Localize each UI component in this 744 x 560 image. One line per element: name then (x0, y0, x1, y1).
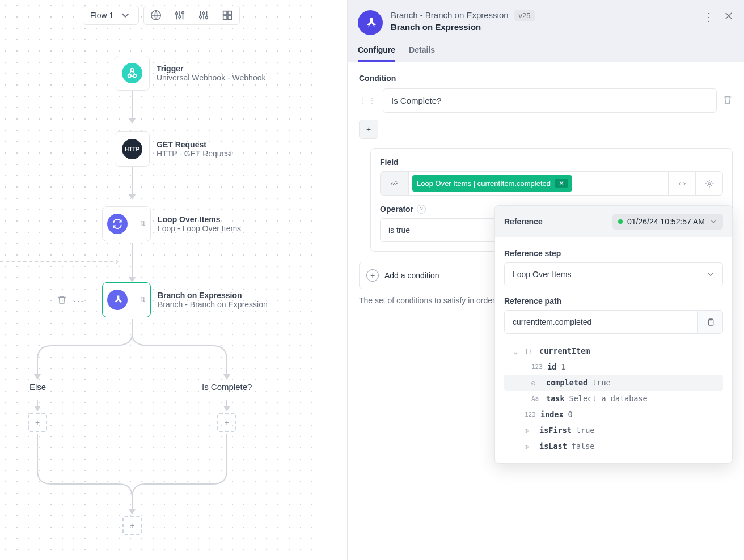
tree-value: 0 (568, 410, 573, 419)
type-string-icon: Aa (531, 395, 542, 402)
type-number-icon: 123 (525, 411, 536, 418)
ref-path-label: Reference path (504, 296, 723, 306)
timestamp-selector[interactable]: 01/26/24 10:52:57 AM (612, 214, 723, 230)
chip-label: Loop Over Items | currentItem.completed (417, 179, 551, 188)
node-branch[interactable]: ⇅ Branch on Expression Branch - Branch o… (102, 282, 268, 317)
arrow-head-icon (128, 277, 136, 282)
drag-handle[interactable]: ⋮⋮ (359, 96, 377, 105)
tree-key: index (540, 410, 564, 419)
collapse-icon: ⇅ (139, 220, 146, 228)
svg-point-31 (708, 183, 711, 185)
node-subtitle: Loop - Loop Over Items (158, 224, 241, 233)
add-item-button[interactable]: + (359, 120, 378, 139)
tab-details[interactable]: Details (409, 45, 435, 62)
add-step-else[interactable]: + (28, 413, 47, 432)
node-title: GET Request (157, 140, 232, 149)
timestamp-label: 01/26/24 10:52:57 AM (627, 217, 705, 226)
grid-icon-button[interactable] (215, 6, 239, 24)
tree-value: true (592, 378, 611, 387)
dashed-connector (0, 261, 113, 262)
toolbar-icon-group (143, 6, 240, 25)
add-step-merge[interactable]: + (122, 516, 142, 535)
add-condition-button[interactable]: + Add a condition (359, 262, 518, 289)
svg-rect-15 (223, 16, 227, 19)
close-button[interactable] (724, 11, 734, 24)
chevron-down-icon (709, 218, 717, 226)
tree-node[interactable]: ◎ isLast false (504, 438, 723, 454)
condition-name-input[interactable]: Is Complete? (383, 88, 717, 113)
node-loop[interactable]: ⇅ Loop Over Items Loop - Loop Over Items (102, 206, 241, 241)
field-input[interactable]: Loop Over Items | currentItem.completed (380, 171, 723, 196)
node-title: Branch on Expression (158, 291, 268, 300)
delete-condition-button[interactable] (722, 95, 733, 107)
ref-step-value: Loop Over Items (513, 270, 572, 279)
sliders-alt-icon-button[interactable] (192, 6, 215, 24)
ref-step-select[interactable]: Loop Over Items (504, 262, 723, 286)
flow-selector[interactable]: Flow 1 (83, 6, 139, 25)
node-subtitle: HTTP - GET Request (157, 149, 232, 158)
node-title: Loop Over Items (158, 215, 241, 224)
ref-step-label: Reference step (504, 249, 723, 258)
sliders-alt-icon (197, 9, 210, 22)
arrow-head-icon (128, 118, 136, 124)
webhook-icon (122, 63, 142, 83)
reference-picker-button[interactable] (381, 172, 409, 195)
globe-icon-button[interactable] (144, 6, 168, 24)
field-action-1[interactable] (668, 172, 695, 195)
reference-icon (390, 179, 400, 189)
tree-node-selected[interactable]: ◎ completed true (504, 375, 723, 391)
connector (132, 91, 133, 118)
tree-node[interactable]: Aa task Select a database (504, 391, 723, 406)
svg-point-17 (128, 74, 132, 78)
panel-title: Branch on Expression (391, 22, 695, 32)
ref-path-input[interactable]: currentItem.completed (504, 310, 698, 334)
tree-node[interactable]: 123 index 0 (504, 406, 723, 422)
globe-icon (150, 9, 162, 22)
more-node-button[interactable]: ⋯ (73, 298, 84, 304)
type-boolean-icon: ◎ (525, 427, 535, 434)
node-subtitle: Universal Webhook - Webhook (157, 73, 265, 82)
add-step-complete[interactable]: + (217, 413, 236, 432)
svg-point-4 (176, 12, 178, 15)
svg-point-11 (202, 12, 205, 15)
node-subtitle: Branch - Branch on Expression (158, 300, 268, 309)
tree-value: true (576, 426, 595, 435)
tab-configure[interactable]: Configure (358, 45, 395, 62)
operator-label: Operator (380, 205, 413, 214)
branch-complete-label: Is Complete? (202, 382, 252, 392)
chevron-down-icon (119, 9, 132, 22)
tree-node[interactable]: ◎ isFirst true (504, 422, 723, 438)
connector (132, 167, 133, 194)
canvas-toolbar: Flow 1 (83, 6, 240, 25)
panel-header: Branch - Branch on Expression v25 Branch… (348, 0, 744, 62)
tree-value: Select a database (569, 394, 648, 403)
settings-icon (705, 179, 714, 188)
node-get-request[interactable]: HTTP GET Request HTTP - GET Request (115, 131, 232, 167)
type-number-icon: 123 (531, 363, 543, 371)
node-trigger[interactable]: Trigger Universal Webhook - Webhook (115, 56, 265, 91)
chip-remove-button[interactable] (555, 179, 568, 188)
tree-node[interactable]: 123 id 1 (504, 359, 723, 375)
loop-icon (107, 214, 128, 234)
help-icon[interactable]: ? (417, 205, 426, 214)
panel-path: Branch - Branch on Expression (391, 10, 509, 20)
svg-point-5 (179, 16, 181, 18)
code-icon (678, 179, 687, 188)
delete-node-button[interactable] (57, 295, 67, 307)
version-badge: v25 (514, 10, 535, 21)
trash-icon (57, 295, 67, 305)
reference-chip[interactable]: Loop Over Items | currentItem.completed (412, 175, 572, 192)
arrow-head-icon (128, 194, 136, 200)
grid-icon (221, 9, 234, 22)
sliders-icon-button[interactable] (168, 6, 192, 24)
tree-node-object[interactable]: ⌄ {} currentItem (504, 343, 723, 359)
copy-path-button[interactable] (698, 310, 723, 334)
svg-rect-14 (228, 11, 231, 15)
more-button[interactable]: ⋮ (703, 10, 715, 24)
reference-popover: Reference 01/26/24 10:52:57 AM Reference… (494, 205, 733, 464)
plus-circle-icon: + (366, 269, 379, 282)
trash-icon (722, 95, 733, 105)
field-action-2[interactable] (695, 172, 722, 195)
flow-name-label: Flow 1 (90, 11, 113, 20)
tree-value: 1 (561, 362, 565, 371)
